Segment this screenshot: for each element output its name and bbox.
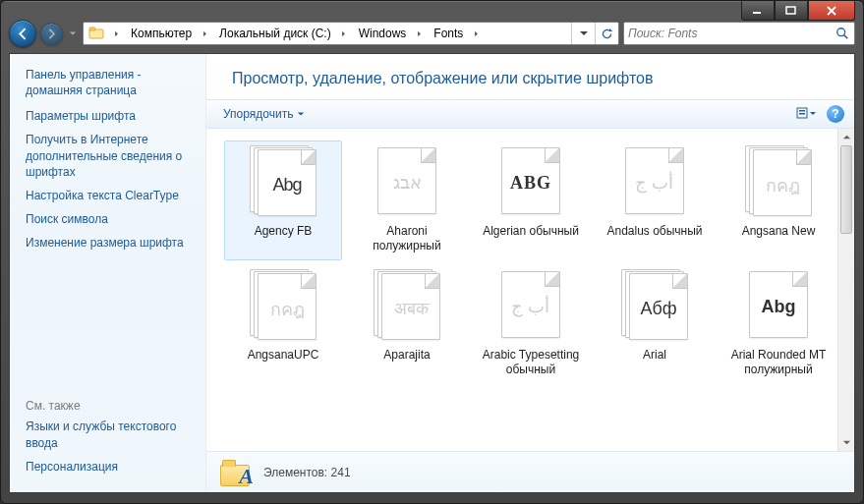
sidebar-header[interactable]: Панель управления - домашняя страница bbox=[26, 68, 196, 98]
font-name: Agency FB bbox=[227, 224, 339, 253]
font-item[interactable]: กคฎAngsanaUPC bbox=[224, 264, 342, 384]
font-name: Arial bbox=[599, 348, 711, 377]
titlebar[interactable] bbox=[1, 1, 863, 19]
font-preview: אבג bbox=[393, 168, 422, 194]
font-item[interactable]: AbgArial Rounded MT полужирный bbox=[720, 264, 837, 384]
font-item[interactable]: ABGAlgerian обычный bbox=[472, 140, 590, 260]
font-item[interactable]: กคฎAngsana New bbox=[720, 140, 837, 260]
font-preview: अबक bbox=[394, 295, 429, 319]
nav-forward-button[interactable] bbox=[40, 23, 63, 45]
font-item[interactable]: AbgAgency FB bbox=[224, 140, 342, 260]
breadcrumb-item[interactable]: Windows bbox=[351, 23, 413, 44]
font-grid: AbgAgency FBאבגAharoni полужирныйABGAlge… bbox=[224, 140, 848, 384]
font-preview: أب ج bbox=[635, 168, 673, 194]
font-thumb: أب ج bbox=[617, 145, 692, 220]
sidebar-link[interactable]: Получить в Интернете дополнительные свед… bbox=[26, 132, 196, 180]
svg-rect-3 bbox=[89, 28, 95, 30]
scroll-up-icon[interactable] bbox=[838, 129, 854, 145]
sidebar-link[interactable]: Параметры шрифта bbox=[26, 108, 196, 124]
font-name: Andalus обычный bbox=[599, 224, 711, 253]
minimize-button[interactable] bbox=[741, 1, 775, 21]
content-frame: Панель управления - домашняя страница Па… bbox=[9, 53, 855, 493]
search-icon[interactable] bbox=[835, 27, 850, 40]
status-count: Элементов: 241 bbox=[263, 466, 351, 479]
svg-point-4 bbox=[837, 28, 845, 36]
view-options-button[interactable] bbox=[793, 103, 819, 125]
font-name: Arial Rounded MT полужирный bbox=[722, 348, 835, 377]
close-button[interactable] bbox=[808, 1, 855, 21]
font-thumb: אבג bbox=[370, 145, 444, 220]
chevron-down-icon bbox=[297, 107, 305, 121]
breadcrumb-sep[interactable] bbox=[412, 23, 426, 44]
folder-icon bbox=[86, 23, 107, 44]
font-preview: Абф bbox=[641, 295, 677, 319]
svg-rect-1 bbox=[786, 7, 795, 14]
see-also-link[interactable]: Персонализация bbox=[26, 459, 196, 475]
font-preview: أب ج bbox=[511, 292, 549, 317]
breadcrumb-sep[interactable] bbox=[469, 23, 483, 44]
scrollbar[interactable] bbox=[837, 129, 854, 451]
font-preview: กคฎ bbox=[270, 291, 305, 323]
font-thumb: กคฎ bbox=[741, 145, 816, 220]
address-dropdown-button[interactable] bbox=[571, 23, 595, 44]
font-name: Angsana New bbox=[722, 224, 835, 253]
font-thumb: Abg bbox=[741, 269, 816, 344]
font-item[interactable]: أب جAndalus обычный bbox=[596, 140, 714, 260]
font-thumb: Abg bbox=[246, 145, 320, 220]
breadcrumb-item[interactable]: Локальный диск (C:) bbox=[211, 23, 337, 44]
font-preview: กคฎ bbox=[766, 167, 800, 199]
window-controls bbox=[741, 1, 855, 21]
font-item[interactable]: أب جArabic Typesetting обычный bbox=[472, 264, 590, 384]
nav-history-dropdown[interactable] bbox=[67, 24, 79, 43]
font-name: Arabic Typesetting обычный bbox=[475, 348, 587, 377]
svg-rect-7 bbox=[799, 113, 805, 115]
font-thumb: Абф bbox=[617, 269, 692, 344]
page-title: Просмотр, удаление, отображение или скры… bbox=[206, 54, 854, 99]
font-item[interactable]: АбфArial bbox=[596, 264, 714, 384]
nav-back-button[interactable] bbox=[9, 20, 36, 47]
svg-rect-0 bbox=[753, 12, 761, 14]
see-also-label: См. также bbox=[26, 399, 196, 413]
svg-rect-6 bbox=[799, 110, 805, 112]
fonts-folder-icon: A bbox=[220, 457, 252, 488]
breadcrumb-item[interactable]: Компьютер bbox=[123, 23, 198, 44]
window-frame: КомпьютерЛокальный диск (C:)WindowsFonts… bbox=[0, 0, 864, 504]
font-preview: Abg bbox=[762, 293, 796, 317]
font-preview: ABG bbox=[510, 169, 551, 194]
font-name: AngsanaUPC bbox=[227, 348, 339, 377]
breadcrumb-sep[interactable] bbox=[109, 23, 123, 44]
font-thumb: ABG bbox=[493, 145, 568, 220]
scroll-thumb[interactable] bbox=[840, 145, 852, 234]
font-thumb: أب ج bbox=[493, 269, 568, 344]
sidebar: Панель управления - домашняя страница Па… bbox=[10, 54, 206, 492]
grid-area[interactable]: AbgAgency FBאבגAharoni полужирныйABGAlge… bbox=[206, 129, 854, 451]
font-name: Aparajita bbox=[351, 348, 463, 377]
sidebar-link[interactable]: Поиск символа bbox=[26, 211, 196, 227]
breadcrumb-sep[interactable] bbox=[337, 23, 351, 44]
main-panel: Просмотр, удаление, отображение или скры… bbox=[206, 54, 854, 492]
font-item[interactable]: אבגAharoni полужирный bbox=[348, 140, 466, 260]
address-bar[interactable]: КомпьютерЛокальный диск (C:)WindowsFonts bbox=[83, 22, 619, 45]
refresh-button[interactable] bbox=[595, 23, 618, 44]
font-name: Aharoni полужирный bbox=[351, 224, 463, 253]
sidebar-link[interactable]: Изменение размера шрифта bbox=[26, 235, 196, 251]
search-input[interactable] bbox=[628, 27, 835, 40]
organize-label: Упорядочить bbox=[223, 107, 293, 121]
help-button[interactable]: ? bbox=[827, 105, 844, 123]
breadcrumb-sep[interactable] bbox=[198, 23, 211, 44]
scroll-down-icon[interactable] bbox=[838, 434, 854, 451]
toolbar: Упорядочить ? bbox=[206, 99, 854, 129]
font-preview: Abg bbox=[272, 171, 301, 196]
font-thumb: अबक bbox=[370, 269, 444, 344]
font-name: Algerian обычный bbox=[475, 224, 587, 253]
breadcrumb-item[interactable]: Fonts bbox=[426, 23, 469, 44]
organize-button[interactable]: Упорядочить bbox=[216, 103, 312, 125]
font-thumb: กคฎ bbox=[246, 269, 320, 344]
sidebar-link[interactable]: Настройка текста ClearType bbox=[26, 188, 196, 203]
maximize-button[interactable] bbox=[775, 1, 808, 21]
search-box[interactable] bbox=[623, 22, 855, 45]
navigation-row: КомпьютерЛокальный диск (C:)WindowsFonts bbox=[9, 19, 855, 48]
statusbar: A Элементов: 241 bbox=[206, 451, 854, 492]
see-also-link[interactable]: Языки и службы текстового ввода bbox=[26, 419, 196, 450]
font-item[interactable]: अबकAparajita bbox=[348, 264, 466, 384]
